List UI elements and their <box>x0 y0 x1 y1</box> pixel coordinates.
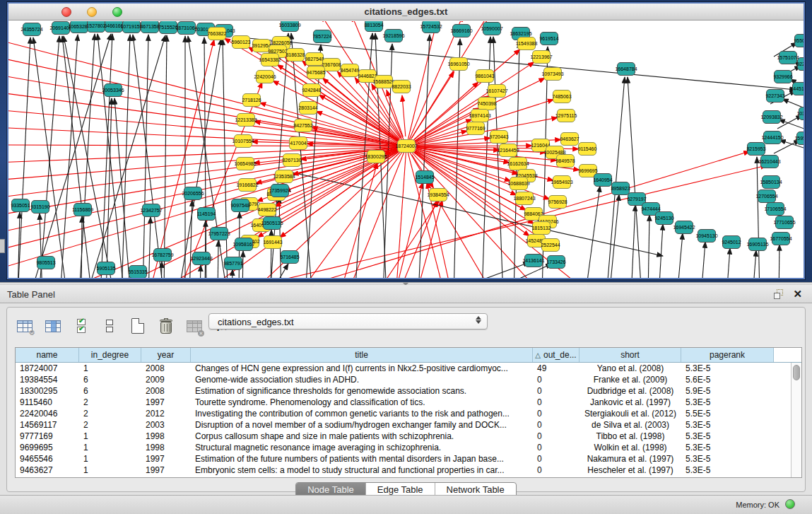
graph-node[interactable]: 5515335 <box>129 265 147 278</box>
table-cell[interactable]: 5.3E-5 <box>681 443 774 452</box>
graph-node[interactable]: 15958134 <box>796 132 804 145</box>
graph-node[interactable]: 7857224 <box>313 30 331 43</box>
table-cell[interactable]: 9463627 <box>16 465 79 475</box>
graph-node[interactable]: 16107427 <box>488 84 506 98</box>
graph-node[interactable]: 9805513 <box>37 256 55 269</box>
table-cell[interactable]: Tourette syndrome. Phenomenology and cla… <box>191 397 533 407</box>
graph-node[interactable]: 9475685 <box>307 66 325 79</box>
graph-node[interactable]: 7515526 <box>159 21 177 34</box>
column-header-out_de[interactable]: △out_de... <box>533 348 579 362</box>
column-visibility-button[interactable] <box>44 317 62 335</box>
graph-node[interactable]: 9861043 <box>476 69 494 83</box>
table-cell[interactable]: Changes of HCN gene expression and I(f) … <box>191 363 533 373</box>
network-window-titlebar[interactable]: citations_edges.txt <box>8 4 804 21</box>
table-cell[interactable]: 5.3E-5 <box>681 465 774 475</box>
table-cell[interactable]: 0 <box>533 465 579 475</box>
table-cell[interactable]: 5.3E-5 <box>681 397 774 407</box>
graph-node[interactable]: 9245130 <box>655 211 673 225</box>
graph-node[interactable]: 10335510 <box>799 107 804 120</box>
graph-node[interactable]: 22420046 <box>256 70 274 83</box>
graph-node[interactable]: 18724007 <box>397 139 416 153</box>
table-cell[interactable]: Estimation of significance thresholds fo… <box>191 386 533 396</box>
graph-node[interactable]: 1527802 <box>87 21 105 33</box>
graph-node[interactable]: 18807243 <box>515 192 534 205</box>
table-cell[interactable]: 19384554 <box>16 375 79 385</box>
graph-node[interactable]: 12164459 <box>499 144 517 157</box>
graph-node[interactable]: 15751074 <box>779 51 797 64</box>
graph-node[interactable]: 9242848 <box>302 83 321 97</box>
table-cell[interactable]: 49 <box>533 363 579 373</box>
table-cell[interactable]: 0 <box>533 443 579 452</box>
graph-node[interactable]: 13505135 <box>263 216 281 230</box>
graph-node[interactable]: 20206556 <box>184 187 202 200</box>
table-cell[interactable]: 18724007 <box>16 363 79 373</box>
table-row[interactable]: 1456911722003Disruption of a novel membe… <box>16 419 801 431</box>
table-cell[interactable]: 0 <box>533 386 579 396</box>
table-row[interactable]: 2242004622012Investigating the contribut… <box>16 408 801 419</box>
graph-node[interactable]: 7663822 <box>208 27 226 40</box>
graph-node[interactable]: 1640954 <box>594 173 612 187</box>
graph-node[interactable]: 5905135 <box>97 262 115 275</box>
table-row[interactable]: 1872400712008Changes of HCN gene express… <box>16 363 801 374</box>
table-cell[interactable]: 1 <box>79 443 141 452</box>
table-cell[interactable]: Disruption of a novel member of a sodium… <box>191 420 533 430</box>
table-cell[interactable]: Yano et al. (2008) <box>579 363 681 373</box>
graph-node[interactable]: 9777169 <box>466 122 485 135</box>
graph-node[interactable]: 16945422 <box>675 221 693 234</box>
graph-node[interactable]: 16782759 <box>153 248 172 262</box>
table-cell[interactable]: de Silva et al. (2003) <box>579 420 681 430</box>
table-cell[interactable]: Wolkin et al. (1998) <box>579 443 681 452</box>
graph-node[interactable]: 1815132 <box>532 221 551 235</box>
graph-node[interactable]: 1145194 <box>197 207 216 221</box>
graph-node[interactable]: 18669160 <box>452 24 471 37</box>
graph-node[interactable]: 19384554 <box>429 188 447 201</box>
graph-node[interactable]: 9550138 <box>794 34 804 47</box>
graph-node[interactable]: 9245012 <box>722 235 741 249</box>
table-cell[interactable]: 1 <box>79 431 141 441</box>
graph-node[interactable]: 19166822 <box>238 178 257 192</box>
graph-node[interactable]: 10945130 <box>698 229 716 243</box>
table-select-dropdown[interactable]: citations_edges.txt <box>208 313 488 329</box>
graph-node[interactable]: 10958167 <box>235 238 253 251</box>
create-table-button[interactable] <box>129 317 147 335</box>
graph-node[interactable]: 9827548 <box>305 52 324 66</box>
graph-node[interactable]: 16648784 <box>617 62 635 76</box>
graph-node[interactable]: 16033809 <box>281 21 299 32</box>
graph-node[interactable]: 19654923 <box>553 175 571 189</box>
table-row[interactable]: 946362711997Embryonic stem cells: a mode… <box>16 465 801 476</box>
table-cell[interactable]: 5.3E-5 <box>681 363 774 373</box>
graph-node[interactable]: 10654985 <box>236 157 254 170</box>
table-cell[interactable]: 5.3E-5 <box>681 454 774 464</box>
table-cell[interactable]: 2008 <box>141 386 191 396</box>
graph-node[interactable]: 2718126 <box>242 93 261 107</box>
graph-node[interactable]: 12093832 <box>763 110 781 124</box>
graph-node[interactable]: 15850134 <box>762 175 780 189</box>
table-cell[interactable]: 1997 <box>141 465 191 475</box>
graph-node[interactable]: 2522544 <box>541 238 560 252</box>
graph-node[interactable]: 18731064 <box>177 21 196 35</box>
graph-node[interactable]: 11549388 <box>517 37 536 50</box>
graph-node[interactable]: 7485063 <box>553 90 571 103</box>
graph-node[interactable]: 17710655 <box>775 216 794 229</box>
graph-node[interactable]: 14451335 <box>792 82 804 95</box>
graph-node[interactable]: 10653287 <box>70 21 88 33</box>
graph-node[interactable]: 10688639 <box>510 177 528 190</box>
graph-node[interactable]: 10719155 <box>122 21 141 33</box>
table-cell[interactable]: Estimation of the future numbers of pati… <box>191 454 533 464</box>
close-panel-icon[interactable]: ✕ <box>793 288 802 300</box>
table-cell[interactable]: 9699695 <box>16 443 79 452</box>
table-cell[interactable]: 5.9E-5 <box>681 386 774 396</box>
table-cell[interactable]: Stergiakouli et al. (2012) <box>579 409 681 419</box>
table-cell[interactable]: 0 <box>533 431 579 441</box>
delete-column-button[interactable] <box>157 317 175 335</box>
table-row[interactable]: 977716911998Corpus callosum shape and si… <box>16 431 801 442</box>
table-cell[interactable]: Embryonic stem cells: a model to study s… <box>191 465 533 475</box>
table-cell[interactable]: 0 <box>533 420 579 430</box>
float-panel-icon[interactable] <box>774 289 784 299</box>
table-row[interactable]: 911546021997Tourette syndrome. Phenomeno… <box>16 397 801 408</box>
graph-node[interactable]: 9720443 <box>490 130 508 144</box>
graph-node[interactable]: 20053346 <box>104 83 122 97</box>
graph-node[interactable]: 8813054 <box>365 21 383 32</box>
graph-node[interactable]: 4671358 <box>141 21 159 33</box>
table-cell[interactable]: 5.6E-5 <box>681 375 774 385</box>
